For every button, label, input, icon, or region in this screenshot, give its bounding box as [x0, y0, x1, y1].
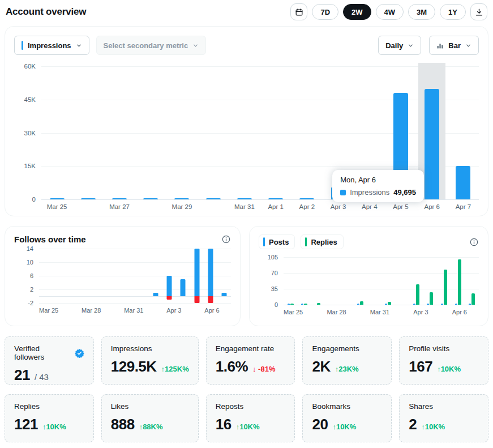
export-button[interactable] — [470, 3, 487, 20]
unfollows-bar[interactable] — [194, 296, 199, 303]
replies-bar[interactable] — [471, 293, 475, 305]
metric-value: 888 — [111, 416, 135, 433]
impressions-bar[interactable] — [456, 166, 470, 199]
posts-bar[interactable] — [469, 304, 471, 305]
x-axis-label: Mar 25 — [39, 307, 58, 314]
impressions-bar[interactable] — [299, 198, 314, 199]
chevron-down-icon — [76, 42, 82, 49]
impressions-chart: Mar 25Mar 27Mar 29Mar 31Apr 1Apr 2Apr 3A… — [14, 62, 479, 210]
bar-slot-mar-25 — [41, 66, 72, 199]
posts-bar[interactable] — [385, 304, 387, 305]
range-2w[interactable]: 2W — [343, 4, 371, 20]
posts-replies-legend: Posts Replies — [259, 234, 344, 249]
posts-bar[interactable] — [357, 304, 359, 305]
replies-bar[interactable] — [317, 303, 320, 305]
impressions-bar[interactable] — [143, 198, 158, 199]
impressions-chart-card: Impressions Select secondary metric Dail… — [5, 26, 488, 216]
metric-label: Profile visits — [409, 344, 479, 353]
follows-bar[interactable] — [208, 249, 213, 296]
follows-bar[interactable] — [153, 293, 158, 296]
range-selector: 7D2W4W3M1Y — [312, 4, 466, 20]
metric-label: Bookmarks — [312, 402, 382, 411]
follows-bar[interactable] — [181, 279, 186, 296]
impressions-bar[interactable] — [112, 198, 127, 199]
primary-metric-select[interactable]: Impressions — [14, 36, 89, 55]
replies-bar[interactable] — [304, 304, 307, 305]
metric-value-row: 888↑88K% — [111, 416, 189, 433]
legend-replies[interactable]: Replies — [301, 234, 343, 249]
secondary-metric-select[interactable]: Select secondary metric — [96, 36, 207, 55]
bar-slot-apr-1 — [260, 66, 291, 199]
y-axis-label: 45K — [14, 96, 36, 103]
bar-slot-mar-26 — [72, 66, 104, 199]
x-axis-label — [181, 307, 192, 314]
granularity-select[interactable]: Daily — [378, 36, 421, 55]
x-axis-label — [358, 309, 370, 315]
calendar-button[interactable] — [290, 3, 307, 20]
bar-slot-apr-1 — [381, 257, 395, 305]
x-axis-label: Mar 25 — [41, 203, 72, 210]
impressions-bar[interactable] — [50, 198, 65, 199]
range-1y[interactable]: 1Y — [440, 4, 466, 20]
range-3m[interactable]: 3M — [408, 4, 435, 20]
metric-value: 2K — [312, 358, 330, 376]
y-axis-label: 2 — [14, 286, 33, 293]
range-4w[interactable]: 4W — [376, 4, 404, 20]
x-axis-label: Mar 31 — [370, 309, 389, 315]
metric-card-reposts: Reposts16↑10K% — [206, 394, 295, 442]
bars — [39, 249, 231, 303]
follows-card-header: Follows over time — [14, 234, 231, 244]
y-axis-label: 0 — [14, 196, 36, 203]
impressions-bar[interactable] — [81, 198, 96, 199]
replies-bar[interactable] — [290, 304, 294, 305]
chart-type-select[interactable]: Bar — [429, 36, 479, 55]
impressions-x-axis: Mar 25Mar 27Mar 29Mar 31Apr 1Apr 2Apr 3A… — [41, 203, 479, 210]
posts-bar[interactable] — [455, 304, 457, 305]
replies-bar[interactable] — [444, 270, 447, 305]
bar-slot-mar-27 — [104, 66, 135, 199]
x-axis-label: Apr 4 — [354, 203, 385, 210]
metric-delta: ↑10K% — [42, 423, 66, 431]
posts-bar[interactable] — [301, 304, 303, 305]
replies-bar[interactable] — [458, 259, 461, 305]
range-7d[interactable]: 7D — [312, 4, 338, 20]
metric-delta: ↑10K% — [236, 423, 260, 431]
x-axis-label: Apr 3 — [413, 309, 428, 315]
bar-slot-apr-3 — [409, 257, 423, 305]
tooltip-date: Mon, Apr 6 — [340, 176, 416, 184]
unfollows-bar[interactable] — [167, 296, 172, 300]
bar-slot-mar-29 — [340, 257, 354, 305]
bar-slot-apr-5 — [190, 249, 203, 303]
replies-bar[interactable] — [388, 302, 391, 305]
y-axis-label: 105 — [259, 254, 278, 261]
posts-bar[interactable] — [288, 304, 290, 305]
x-axis-label: Mar 28 — [82, 307, 101, 314]
x-axis-label: Mar 27 — [104, 203, 135, 210]
replies-bar[interactable] — [360, 301, 363, 305]
follows-bar[interactable] — [167, 276, 172, 296]
metric-value: 1.6% — [216, 358, 248, 376]
replies-bar[interactable] — [416, 284, 419, 305]
impressions-bar[interactable] — [206, 198, 221, 199]
unfollows-bar[interactable] — [208, 296, 213, 303]
posts-bar[interactable] — [441, 304, 443, 305]
impressions-bar[interactable] — [425, 89, 439, 199]
impressions-bar[interactable] — [237, 198, 252, 199]
metric-value: 167 — [409, 358, 432, 376]
follows-bar[interactable] — [194, 249, 199, 296]
posts-bar[interactable] — [413, 304, 415, 305]
info-icon[interactable] — [221, 234, 231, 244]
follows-bar[interactable] — [221, 293, 226, 296]
y-axis-label: 0 — [259, 301, 278, 308]
replies-bar[interactable] — [430, 292, 433, 305]
impressions-bar[interactable] — [268, 198, 283, 199]
metric-card-shares: Shares2↑10K% — [399, 394, 488, 442]
impressions-bar[interactable] — [174, 198, 189, 199]
metric-label: Reposts — [216, 402, 286, 411]
bar-slot-mar-27 — [311, 257, 325, 305]
metric-delta: ↑10K% — [437, 365, 461, 373]
posts-bar[interactable] — [427, 304, 429, 305]
metric-label-text: Impressions — [111, 344, 152, 353]
legend-posts[interactable]: Posts — [259, 234, 295, 249]
info-icon[interactable] — [469, 237, 479, 247]
